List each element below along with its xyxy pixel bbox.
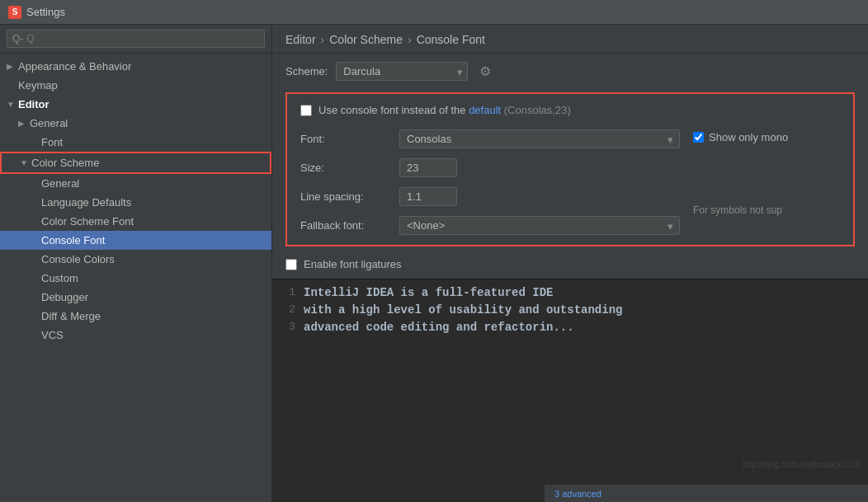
- sidebar-item-label: General: [41, 177, 79, 190]
- search-input[interactable]: [26, 33, 259, 45]
- show-only-mono-checkbox[interactable]: [693, 132, 704, 143]
- default-link[interactable]: default: [469, 104, 501, 116]
- font-select[interactable]: Consolas: [399, 129, 680, 148]
- line-spacing-label: Line spacing:: [300, 190, 399, 203]
- sidebar-item-console-font[interactable]: Console Font: [0, 231, 271, 250]
- consolas-hint: (Consolas,23): [501, 104, 571, 116]
- breadcrumb: Editor › Color Scheme › Console Font: [272, 25, 868, 54]
- sidebar-item-label: Appearance & Behavior: [18, 60, 131, 73]
- sidebar-item-editor[interactable]: ▼ Editor: [0, 95, 271, 114]
- enable-ligatures-checkbox[interactable]: [285, 259, 297, 270]
- sidebar-item-debugger[interactable]: Debugger: [0, 288, 271, 307]
- sidebar-item-label: Color Scheme: [31, 157, 99, 169]
- use-console-label-text: Use console font instead of the: [318, 104, 469, 116]
- ligatures-row: Enable font ligatures: [272, 250, 868, 279]
- scheme-label: Scheme:: [285, 65, 328, 77]
- main-layout: Q- ▶ Appearance & Behavior Keymap ▼ Edit…: [0, 25, 868, 502]
- sidebar-item-diff[interactable]: Diff & Merge: [0, 307, 271, 326]
- enable-ligatures-label: Enable font ligatures: [304, 258, 402, 270]
- sidebar-item-keymap[interactable]: Keymap: [0, 76, 271, 95]
- line-num-2: 2: [279, 302, 295, 319]
- fallback-font-select[interactable]: <None>: [399, 216, 680, 235]
- sidebar-item-label: Font: [41, 136, 63, 148]
- arrow-icon: ▶: [7, 62, 18, 71]
- line-num-1: 1: [279, 284, 295, 302]
- code-text-3: advanced code editing and refactorin...: [304, 319, 574, 336]
- fallback-hint: For symbols not sup: [693, 204, 842, 216]
- code-line-3: 3 advanced code editing and refactorin..…: [279, 319, 861, 336]
- sidebar-item-label: Keymap: [18, 79, 58, 91]
- sidebar-item-label: Language Defaults: [41, 196, 131, 209]
- breadcrumb-sep1: ›: [321, 33, 325, 46]
- sidebar-item-label: Custom: [41, 272, 78, 284]
- sidebar-item-label: VCS: [41, 329, 64, 341]
- search-wrapper[interactable]: Q-: [7, 30, 265, 48]
- sidebar-item-cs-lang[interactable]: Language Defaults: [0, 193, 271, 212]
- use-console-font-checkbox[interactable]: [300, 105, 312, 116]
- sidebar-item-label: Console Font: [41, 234, 105, 246]
- sidebar-item-cs-general[interactable]: General: [0, 174, 271, 193]
- gear-button[interactable]: ⚙: [476, 62, 494, 81]
- sidebar-item-label: Console Colors: [41, 253, 115, 265]
- scheme-select[interactable]: Darcula Default High Contrast: [336, 62, 468, 81]
- bottom-hint: 3 advanced: [545, 484, 868, 502]
- use-console-font-row: Use console font instead of the default …: [300, 104, 840, 116]
- size-label: Size:: [300, 162, 399, 174]
- sidebar-tree: ▶ Appearance & Behavior Keymap ▼ Editor …: [0, 54, 271, 502]
- sidebar-item-colorscheme[interactable]: ▼ Color Scheme: [0, 152, 271, 174]
- use-console-font-label: Use console font instead of the default …: [318, 104, 571, 116]
- code-preview: 1 IntelliJ IDEA is a full-featured IDE 2…: [272, 279, 868, 502]
- breadcrumb-part-editor: Editor: [285, 33, 316, 46]
- font-select-wrapper[interactable]: Consolas: [399, 129, 680, 148]
- sidebar-item-label: Color Scheme Font: [41, 215, 134, 228]
- sidebar-item-label: Editor: [18, 98, 50, 110]
- content-area: Editor › Color Scheme › Console Font Sch…: [272, 25, 868, 502]
- font-label: Font:: [300, 133, 399, 145]
- title-bar: S Settings: [0, 0, 868, 25]
- sidebar-item-custom[interactable]: Custom: [0, 269, 271, 288]
- sidebar-item-vcs[interactable]: VCS: [0, 326, 271, 345]
- sidebar-item-cs-font[interactable]: Color Scheme Font: [0, 212, 271, 231]
- sidebar: Q- ▶ Appearance & Behavior Keymap ▼ Edit…: [0, 25, 272, 502]
- breadcrumb-part-colorscheme: Color Scheme: [329, 33, 403, 46]
- app-icon: S: [8, 6, 21, 19]
- sidebar-item-font[interactable]: Font: [0, 133, 271, 152]
- sidebar-item-label: Debugger: [41, 291, 88, 303]
- line-spacing-input[interactable]: [399, 187, 457, 206]
- scheme-row: Scheme: Darcula Default High Contrast ⚙: [272, 54, 868, 89]
- sidebar-item-console-colors[interactable]: Console Colors: [0, 250, 271, 269]
- code-line-2: 2 with a high level of usability and out…: [279, 302, 861, 319]
- arrow-icon: ▶: [18, 119, 30, 128]
- show-only-mono-row: Show only mono: [693, 131, 842, 143]
- code-text-2: with a high level of usability and outst…: [304, 302, 622, 319]
- bottom-hint-text: 3 advanced: [554, 489, 601, 499]
- search-box: Q-: [0, 25, 271, 54]
- sidebar-item-label: Diff & Merge: [41, 310, 101, 322]
- right-panel: Show only mono For symbols not sup: [693, 129, 842, 216]
- breadcrumb-part-consolefont: Console Font: [417, 33, 485, 46]
- line-num-3: 3: [279, 319, 295, 336]
- sidebar-item-label: General: [30, 117, 68, 129]
- size-input[interactable]: [399, 158, 457, 177]
- show-only-mono-label: Show only mono: [709, 131, 788, 143]
- code-text-1: IntelliJ IDEA is a full-featured IDE: [304, 284, 553, 302]
- sidebar-item-general[interactable]: ▶ General: [0, 114, 271, 133]
- console-font-settings-panel: Use console font instead of the default …: [285, 92, 855, 246]
- font-field-grid: Font: Consolas Size: Line spacing:: [300, 129, 680, 235]
- scheme-select-wrapper[interactable]: Darcula Default High Contrast: [336, 62, 468, 81]
- search-icon: Q-: [12, 33, 23, 45]
- code-line-1: 1 IntelliJ IDEA is a full-featured IDE: [279, 284, 861, 302]
- arrow-icon: ▼: [7, 100, 18, 109]
- title-bar-text: Settings: [26, 6, 65, 18]
- sidebar-item-appearance[interactable]: ▶ Appearance & Behavior: [0, 57, 271, 76]
- arrow-icon: ▼: [20, 158, 31, 167]
- fallback-font-label: Fallback font:: [300, 219, 399, 232]
- breadcrumb-sep2: ›: [408, 33, 412, 46]
- fallback-font-select-wrapper[interactable]: <None>: [399, 216, 680, 235]
